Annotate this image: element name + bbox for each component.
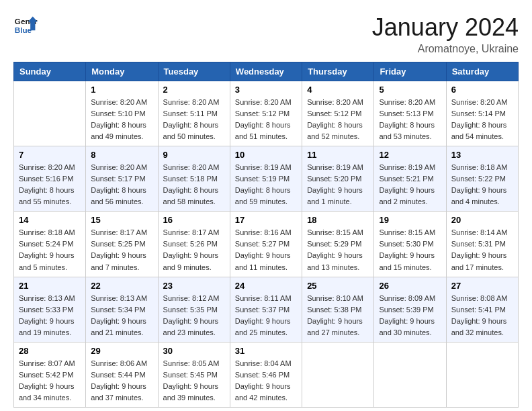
sunrise-label: Sunrise: 8:06 AM	[91, 359, 147, 367]
month-title: January 2024	[372, 13, 519, 42]
sunrise-label: Sunrise: 8:20 AM	[91, 163, 147, 171]
day-info: Sunrise: 8:20 AMSunset: 5:11 PMDaylight:…	[163, 97, 225, 142]
day-info: Sunrise: 8:17 AMSunset: 5:26 PMDaylight:…	[163, 227, 225, 273]
calendar-cell: 19Sunrise: 8:15 AMSunset: 5:30 PMDayligh…	[374, 212, 446, 277]
daylight-label: Daylight: 9 hours and 39 minutes.	[163, 382, 219, 402]
location: Aromatnoye, Ukraine	[372, 43, 519, 55]
sunset-label: Sunset: 5:29 PM	[307, 240, 361, 248]
day-info: Sunrise: 8:20 AMSunset: 5:12 PMDaylight:…	[307, 97, 369, 142]
sunset-label: Sunset: 5:42 PM	[19, 371, 73, 379]
sunrise-label: Sunrise: 8:12 AM	[163, 294, 220, 302]
sunrise-label: Sunrise: 8:08 AM	[451, 294, 508, 302]
day-info: Sunrise: 8:20 AMSunset: 5:16 PMDaylight:…	[19, 162, 81, 208]
day-info: Sunrise: 8:20 AMSunset: 5:13 PMDaylight:…	[379, 97, 441, 142]
calendar-week-1: 1Sunrise: 8:20 AMSunset: 5:10 PMDaylight…	[14, 81, 519, 146]
day-number: 24	[235, 281, 297, 291]
day-info: Sunrise: 8:15 AMSunset: 5:30 PMDaylight:…	[379, 227, 441, 273]
day-number: 17	[235, 215, 297, 225]
sunset-label: Sunset: 5:18 PM	[163, 175, 218, 183]
calendar-cell	[374, 342, 446, 407]
daylight-label: Daylight: 8 hours and 58 minutes.	[163, 186, 219, 205]
sunset-label: Sunset: 5:26 PM	[163, 240, 218, 248]
sunrise-label: Sunrise: 8:20 AM	[91, 98, 147, 106]
day-info: Sunrise: 8:13 AMSunset: 5:34 PMDaylight:…	[91, 293, 152, 338]
day-info: Sunrise: 8:17 AMSunset: 5:25 PMDaylight:…	[91, 227, 152, 273]
sunrise-label: Sunrise: 8:11 AM	[235, 294, 292, 302]
sunset-label: Sunset: 5:13 PM	[379, 109, 433, 118]
calendar-cell: 22Sunrise: 8:13 AMSunset: 5:34 PMDayligh…	[86, 277, 158, 342]
sunrise-label: Sunrise: 8:18 AM	[19, 228, 75, 236]
day-info: Sunrise: 8:19 AMSunset: 5:21 PMDaylight:…	[379, 162, 441, 208]
day-number: 13	[451, 150, 513, 160]
sunrise-label: Sunrise: 8:20 AM	[235, 98, 292, 106]
day-number: 14	[19, 215, 81, 225]
daylight-label: Daylight: 8 hours and 49 minutes.	[91, 121, 146, 140]
sunrise-label: Sunrise: 8:13 AM	[19, 294, 75, 302]
day-info: Sunrise: 8:05 AMSunset: 5:45 PMDaylight:…	[163, 358, 225, 404]
day-number: 31	[235, 346, 297, 356]
sunset-label: Sunset: 5:37 PM	[235, 306, 290, 314]
day-number: 20	[451, 215, 513, 225]
sunrise-label: Sunrise: 8:10 AM	[307, 294, 363, 302]
day-number: 6	[451, 85, 513, 95]
daylight-label: Daylight: 9 hours and 9 minutes.	[163, 251, 219, 271]
daylight-label: Daylight: 9 hours and 32 minutes.	[451, 317, 507, 336]
day-info: Sunrise: 8:10 AMSunset: 5:38 PMDaylight:…	[307, 293, 369, 338]
daylight-label: Daylight: 9 hours and 13 minutes.	[307, 251, 363, 271]
calendar-cell: 18Sunrise: 8:15 AMSunset: 5:29 PMDayligh…	[302, 212, 374, 277]
daylight-label: Daylight: 8 hours and 52 minutes.	[307, 121, 363, 140]
calendar-week-4: 21Sunrise: 8:13 AMSunset: 5:33 PMDayligh…	[14, 277, 519, 342]
day-info: Sunrise: 8:19 AMSunset: 5:19 PMDaylight:…	[235, 162, 297, 208]
daylight-label: Daylight: 8 hours and 53 minutes.	[379, 121, 435, 140]
sunset-label: Sunset: 5:41 PM	[451, 306, 506, 314]
calendar-cell: 1Sunrise: 8:20 AMSunset: 5:10 PMDaylight…	[86, 81, 158, 146]
sunrise-label: Sunrise: 8:15 AM	[307, 228, 363, 236]
sunrise-label: Sunrise: 8:20 AM	[163, 98, 220, 106]
sunrise-label: Sunrise: 8:04 AM	[235, 359, 292, 367]
calendar-cell: 17Sunrise: 8:16 AMSunset: 5:27 PMDayligh…	[230, 212, 302, 277]
calendar-cell: 5Sunrise: 8:20 AMSunset: 5:13 PMDaylight…	[374, 81, 446, 146]
daylight-label: Daylight: 9 hours and 2 minutes.	[379, 186, 435, 205]
calendar-cell: 4Sunrise: 8:20 AMSunset: 5:12 PMDaylight…	[302, 81, 374, 146]
sunset-label: Sunset: 5:12 PM	[235, 109, 290, 118]
calendar-header-row: SundayMondayTuesdayWednesdayThursdayFrid…	[14, 62, 519, 81]
day-number: 7	[19, 150, 81, 160]
sunset-label: Sunset: 5:22 PM	[451, 175, 506, 183]
day-info: Sunrise: 8:18 AMSunset: 5:22 PMDaylight:…	[451, 162, 513, 208]
calendar-cell: 9Sunrise: 8:20 AMSunset: 5:18 PMDaylight…	[158, 146, 230, 212]
weekday-header-sunday: Sunday	[14, 62, 86, 81]
sunset-label: Sunset: 5:19 PM	[235, 175, 290, 183]
day-info: Sunrise: 8:06 AMSunset: 5:44 PMDaylight:…	[91, 358, 152, 404]
sunset-label: Sunset: 5:30 PM	[379, 240, 433, 248]
day-info: Sunrise: 8:20 AMSunset: 5:14 PMDaylight:…	[451, 97, 513, 142]
day-info: Sunrise: 8:11 AMSunset: 5:37 PMDaylight:…	[235, 293, 297, 338]
day-number: 12	[379, 150, 441, 160]
daylight-label: Daylight: 8 hours and 59 minutes.	[235, 186, 291, 205]
day-number: 25	[307, 281, 369, 291]
daylight-label: Daylight: 9 hours and 27 minutes.	[307, 317, 363, 336]
day-info: Sunrise: 8:08 AMSunset: 5:41 PMDaylight:…	[451, 293, 513, 338]
day-info: Sunrise: 8:07 AMSunset: 5:42 PMDaylight:…	[19, 358, 81, 404]
sunrise-label: Sunrise: 8:20 AM	[379, 98, 435, 106]
daylight-label: Daylight: 8 hours and 54 minutes.	[451, 121, 507, 140]
weekday-header-monday: Monday	[86, 62, 158, 81]
calendar-week-3: 14Sunrise: 8:18 AMSunset: 5:24 PMDayligh…	[14, 212, 519, 277]
calendar-cell: 16Sunrise: 8:17 AMSunset: 5:26 PMDayligh…	[158, 212, 230, 277]
calendar-cell: 8Sunrise: 8:20 AMSunset: 5:17 PMDaylight…	[86, 146, 158, 212]
day-number: 15	[91, 215, 152, 225]
weekday-header-wednesday: Wednesday	[230, 62, 302, 81]
day-number: 9	[163, 150, 225, 160]
day-info: Sunrise: 8:18 AMSunset: 5:24 PMDaylight:…	[19, 227, 81, 273]
day-number: 3	[235, 85, 297, 95]
sunset-label: Sunset: 5:17 PM	[91, 175, 145, 183]
day-info: Sunrise: 8:04 AMSunset: 5:46 PMDaylight:…	[235, 358, 297, 404]
sunset-label: Sunset: 5:27 PM	[235, 240, 290, 248]
calendar-cell	[446, 342, 518, 407]
day-number: 29	[91, 346, 152, 356]
calendar-cell: 7Sunrise: 8:20 AMSunset: 5:16 PMDaylight…	[14, 146, 86, 212]
daylight-label: Daylight: 9 hours and 11 minutes.	[235, 251, 291, 271]
day-info: Sunrise: 8:20 AMSunset: 5:17 PMDaylight:…	[91, 162, 152, 208]
day-number: 28	[19, 346, 81, 356]
day-number: 11	[307, 150, 369, 160]
day-number: 26	[379, 281, 441, 291]
